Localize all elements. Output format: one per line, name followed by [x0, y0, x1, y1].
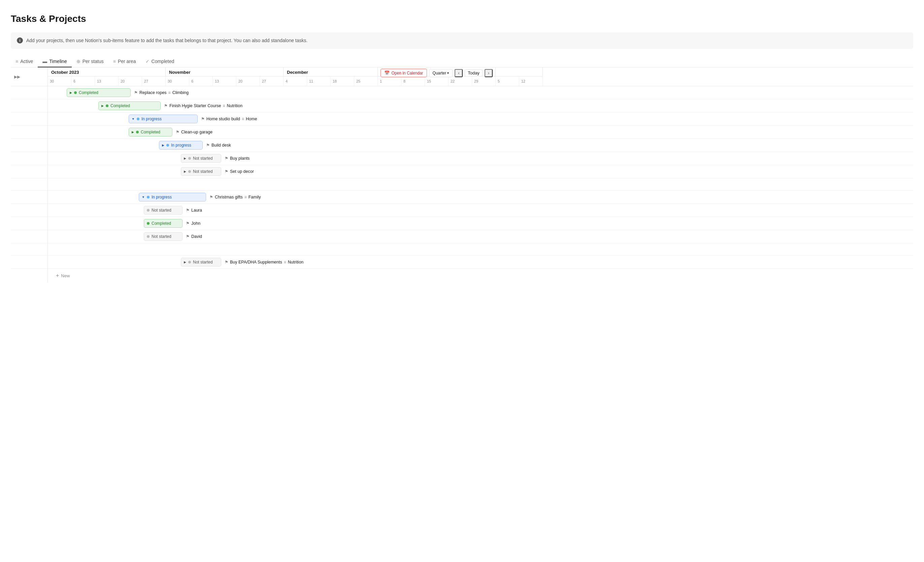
tab-timeline-icon: ▬ — [42, 59, 47, 64]
bar-build-desk[interactable]: ▶ In progress — [159, 141, 203, 150]
bar-status-label-6: Not started — [193, 156, 213, 161]
next-period-button[interactable]: › — [484, 69, 493, 77]
bar-home-studio[interactable]: ▼ In progress — [129, 114, 198, 123]
open-in-calendar-label: Open in Calendar — [392, 71, 423, 75]
tab-active[interactable]: ≡ Active — [11, 56, 38, 68]
expand-icon-7: ▶ — [184, 170, 186, 173]
week-27: 27 — [142, 77, 166, 86]
today-button[interactable]: Today — [465, 69, 483, 77]
week-20: 20 — [118, 77, 142, 86]
tab-timeline[interactable]: ▬ Timeline — [38, 56, 71, 68]
label-icon-2: ⚑ — [164, 104, 168, 108]
row12-task-name: Buy EPA/DHA Supplements — [230, 260, 282, 264]
timeline-header: ▶▶ October 2023 30 6 13 20 27 — [11, 68, 913, 86]
january-weeks: 1 8 15 22 29 — [378, 77, 495, 86]
month-january-label: January 📅 Open in Calendar Quarter ▾ — [378, 68, 495, 77]
row6-left — [11, 152, 48, 165]
bar-buy-plants[interactable]: ▶ Not started — [181, 154, 221, 163]
tabs-container: ≡ Active ▬ Timeline ⊕ Per status ≡ Per a… — [11, 56, 913, 68]
nov-w1: 30 — [166, 77, 189, 86]
expand-icon-6: ▶ — [184, 157, 186, 160]
row7-left — [11, 165, 48, 178]
bar-status-label-4: Completed — [141, 130, 160, 134]
expand-all-icon[interactable]: ▶▶ — [14, 74, 20, 79]
status-dot-completed — [74, 91, 77, 94]
row5-left — [11, 139, 48, 152]
row2-category: Nutrition — [227, 104, 243, 108]
bar-buy-epa[interactable]: ▶ Not started — [181, 258, 221, 266]
row1-label: ⚑ Replace ropes ≡ Climbing — [134, 90, 189, 95]
row1-right: ▶ Completed ⚑ Replace ropes ≡ Climbing — [48, 86, 913, 99]
bar-status-label-5: In progress — [171, 143, 191, 147]
label-icon-7: ⚑ — [225, 169, 228, 174]
tab-completed-icon: ✓ — [146, 59, 150, 64]
tab-per-status[interactable]: ⊕ Per status — [72, 56, 108, 68]
row8-right: ▼ In progress ⚑ Christmas gifts ≡ Family — [48, 191, 913, 203]
category-icon-2: ≡ — [223, 104, 225, 108]
row12-label: ⚑ Buy EPA/DHA Supplements ≡ Nutrition — [225, 260, 303, 264]
expand-icon-5: ▶ — [162, 144, 164, 147]
row5-right: ▶ In progress ⚑ Build desk — [48, 139, 913, 152]
open-in-calendar-button[interactable]: 📅 Open in Calendar — [381, 69, 427, 77]
status-dot-ns12 — [188, 261, 191, 263]
bar-david[interactable]: Not started — [144, 232, 183, 241]
prev-period-button[interactable]: ‹ — [454, 69, 463, 77]
bar-replace-ropes[interactable]: ▶ Completed — [67, 88, 130, 97]
jan-w3: 15 — [425, 77, 448, 86]
row3-category: Home — [246, 117, 257, 121]
add-new-button[interactable]: + New — [52, 270, 74, 281]
overflow-weeks: 5 12 — [496, 77, 543, 86]
bar-status-label-3: In progress — [141, 117, 162, 121]
bar-status-label-9: Not started — [152, 208, 171, 213]
status-dot-ip — [137, 117, 140, 120]
bar-setup-decor[interactable]: ▶ Not started — [181, 167, 221, 176]
row1-task-name: Replace ropes — [140, 90, 166, 95]
status-dot-ip8 — [147, 196, 150, 198]
row2-task-name: Finish Hygie Starter Course — [170, 104, 221, 108]
category-icon-12: ≡ — [284, 260, 286, 264]
row5-task-name: Build desk — [212, 143, 231, 147]
tab-per-status-icon: ⊕ — [76, 59, 81, 64]
row6-label: ⚑ Buy plants — [225, 156, 249, 161]
row12-left — [11, 256, 48, 269]
jan-w1: 1 — [378, 77, 401, 86]
row7-task-name: Set up decor — [230, 169, 254, 174]
tab-per-area[interactable]: ≡ Per area — [108, 56, 141, 68]
bar-christmas-gifts[interactable]: ▼ In progress — [139, 193, 206, 201]
jan-w5: 29 — [472, 77, 496, 86]
row3-task-name: Home studio build — [206, 117, 240, 121]
quarter-selector[interactable]: Quarter ▾ — [429, 69, 453, 77]
label-icon-10: ⚑ — [186, 221, 190, 226]
expand-icon: ▶ — [70, 91, 72, 94]
bar-cleanup-garage[interactable]: ▶ Completed — [129, 128, 172, 137]
bar-laura[interactable]: Not started — [144, 206, 183, 215]
month-october-label: October 2023 — [48, 68, 165, 77]
month-december-label: December — [284, 68, 378, 77]
row1-category: Climbing — [172, 90, 189, 95]
row3-label: ⚑ Home studio build ≡ Home — [201, 117, 257, 121]
row7-right: ▶ Not started ⚑ Set up decor — [48, 165, 913, 178]
status-dot-ns11 — [147, 235, 150, 238]
tab-completed[interactable]: ✓ Completed — [141, 56, 179, 68]
expand-icon-12: ▶ — [184, 260, 186, 264]
table-row: Completed ⚑ John — [11, 217, 913, 230]
bar-status-label-2: Completed — [111, 104, 130, 108]
page-container: Tasks & Projects i Add your projects, th… — [0, 0, 924, 293]
header-months: October 2023 30 6 13 20 27 November — [48, 68, 913, 86]
label-icon-4: ⚑ — [176, 130, 180, 134]
row3-right: ▼ In progress ⚑ Home studio build ≡ Home — [48, 113, 913, 125]
row8-category: Family — [249, 195, 261, 200]
bar-finish-hygie[interactable]: ▶ Completed — [98, 101, 160, 110]
row2-right: ▶ Completed ⚑ Finish Hygie Starter Cours… — [48, 99, 913, 112]
label-icon-11: ⚑ — [186, 234, 190, 239]
page-title: Tasks & Projects — [11, 14, 913, 24]
tab-per-area-icon: ≡ — [113, 59, 116, 64]
bar-john[interactable]: Completed — [144, 219, 183, 228]
status-dot-completed-2 — [106, 104, 108, 107]
spacer-row — [11, 178, 913, 191]
week-13: 13 — [95, 77, 118, 86]
label-icon-12: ⚑ — [225, 260, 228, 264]
label-icon-9: ⚑ — [186, 208, 190, 213]
dec-w1: 4 — [284, 77, 307, 86]
table-row: ▶ Completed ⚑ Clean-up garage — [11, 126, 913, 139]
